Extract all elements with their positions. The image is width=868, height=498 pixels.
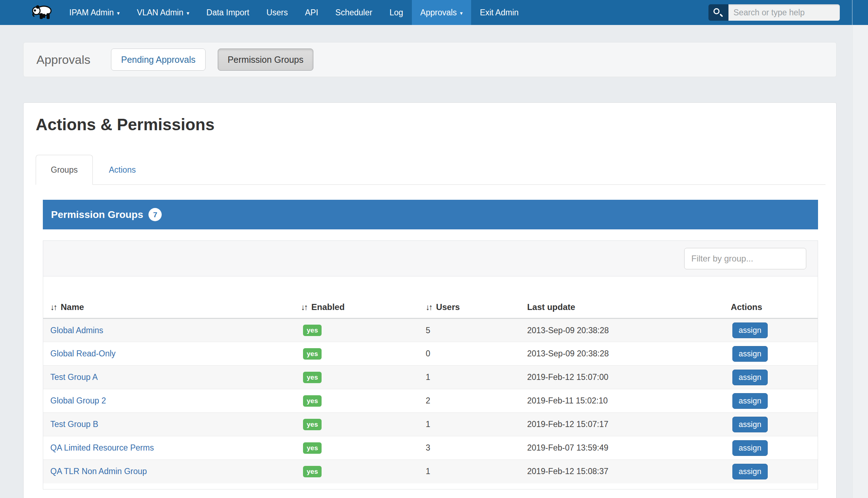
pending-approvals-button[interactable]: Pending Approvals	[111, 49, 205, 71]
column-header-enabled[interactable]: ↓↑Enabled	[299, 276, 424, 319]
group-name-link[interactable]: Test Group B	[50, 420, 98, 429]
last-update-value: 2019-Feb-12 15:08:37	[526, 460, 730, 483]
page-title: Approvals	[36, 53, 90, 67]
enabled-badge: yes	[303, 325, 322, 336]
tab-groups[interactable]: Groups	[36, 155, 93, 185]
enabled-badge: yes	[303, 419, 322, 430]
group-name-link[interactable]: Global Read-Only	[50, 349, 116, 358]
users-count: 1	[424, 366, 526, 389]
group-name-link[interactable]: Global Group 2	[50, 396, 106, 405]
permission-groups-table: ↓↑Name ↓↑Enabled ↓↑Users Last update Act…	[43, 276, 818, 483]
group-name-link[interactable]: QA TLR Non Admin Group	[50, 467, 147, 476]
last-update-value: 2019-Feb-12 15:07:17	[526, 413, 730, 436]
actions-permissions-panel: Actions & Permissions Groups Actions Per…	[23, 102, 837, 498]
table-row: Global Admins yes 5 2013-Sep-09 20:38:28…	[43, 319, 818, 342]
last-update-value: 2013-Sep-09 20:38:28	[526, 319, 730, 342]
permission-groups-title: Permission Groups	[51, 209, 143, 220]
users-count: 2	[424, 389, 526, 413]
navbar-item-ipam-admin[interactable]: IPAM Admin▾	[61, 0, 128, 25]
table-header-row: ↓↑Name ↓↑Enabled ↓↑Users Last update Act…	[43, 276, 818, 319]
permission-groups-button[interactable]: Permission Groups	[218, 49, 314, 71]
column-header-actions[interactable]: Actions	[730, 276, 818, 319]
assign-button[interactable]: assign	[732, 346, 768, 362]
tab-bar: Groups Actions	[36, 155, 826, 185]
search-button[interactable]	[708, 4, 728, 21]
navbar-item-scheduler[interactable]: Scheduler	[327, 0, 381, 25]
assign-button[interactable]: assign	[732, 322, 768, 338]
sort-icon[interactable]: ↓↑	[301, 303, 307, 312]
last-update-value: 2019-Feb-07 13:59:49	[526, 436, 730, 460]
assign-button[interactable]: assign	[732, 417, 768, 432]
column-header-users[interactable]: ↓↑Users	[424, 276, 526, 319]
users-count: 1	[424, 460, 526, 483]
caret-down-icon: ▾	[460, 1, 463, 26]
groups-table-container: ↓↑Name ↓↑Enabled ↓↑Users Last update Act…	[43, 240, 818, 489]
group-count-badge: 7	[148, 208, 162, 221]
navbar-item-log[interactable]: Log	[381, 0, 412, 25]
enabled-badge: yes	[303, 395, 322, 407]
column-header-name[interactable]: ↓↑Name	[43, 276, 299, 319]
users-count: 5	[424, 319, 526, 342]
group-name-link[interactable]: Global Admins	[50, 326, 103, 335]
enabled-badge: yes	[303, 372, 322, 383]
sort-icon[interactable]: ↓↑	[50, 303, 56, 312]
approvals-header-strip: Approvals Pending Approvals Permission G…	[23, 42, 837, 77]
enabled-badge: yes	[303, 466, 322, 477]
table-row: Test Group B yes 1 2019-Feb-12 15:07:17 …	[43, 413, 818, 436]
assign-button[interactable]: assign	[732, 440, 768, 456]
assign-button[interactable]: assign	[732, 393, 768, 409]
table-row: QA Limited Resource Perms yes 3 2019-Feb…	[43, 436, 818, 460]
navbar-item-approvals[interactable]: Approvals▾	[412, 0, 471, 25]
search-input[interactable]	[728, 4, 840, 21]
assign-button[interactable]: assign	[732, 464, 768, 479]
navbar-item-api[interactable]: API	[297, 0, 327, 25]
permission-groups-header: Permission Groups 7	[43, 200, 818, 229]
table-row: QA TLR Non Admin Group yes 1 2019-Feb-12…	[43, 460, 818, 483]
table-row: Global Read-Only yes 0 2013-Sep-09 20:38…	[43, 342, 818, 366]
users-count: 0	[424, 342, 526, 366]
column-header-last-update[interactable]: Last update	[526, 276, 730, 319]
last-update-value: 2019-Feb-12 15:07:00	[526, 366, 730, 389]
last-update-value: 2013-Sep-09 20:38:28	[526, 342, 730, 366]
assign-button[interactable]: assign	[732, 370, 768, 385]
table-row: Test Group A yes 1 2019-Feb-12 15:07:00 …	[43, 366, 818, 389]
navbar-item-users[interactable]: Users	[258, 0, 296, 25]
table-row: Global Group 2 yes 2 2019-Feb-11 15:02:1…	[43, 389, 818, 413]
tab-actions[interactable]: Actions	[93, 155, 152, 184]
scrollbar-track[interactable]	[852, 25, 868, 498]
mammoth-icon	[32, 4, 53, 21]
last-update-value: 2019-Feb-11 15:02:10	[526, 389, 730, 413]
phpipam-logo[interactable]	[32, 4, 53, 21]
search-icon	[713, 8, 720, 14]
group-name-link[interactable]: Test Group A	[50, 372, 98, 382]
scrollbar-seam	[852, 0, 853, 25]
enabled-badge: yes	[303, 442, 322, 454]
top-navbar: IPAM Admin▾ VLAN Admin▾ Data Import User…	[0, 0, 868, 25]
navbar-item-vlan-admin[interactable]: VLAN Admin▾	[128, 0, 198, 25]
navbar-item-data-import[interactable]: Data Import	[198, 0, 258, 25]
navbar-item-exit-admin[interactable]: Exit Admin	[471, 0, 527, 25]
enabled-badge: yes	[303, 348, 322, 360]
users-count: 3	[424, 436, 526, 460]
table-toolbar	[43, 241, 818, 276]
navbar-search	[708, 4, 840, 21]
navbar-menu: IPAM Admin▾ VLAN Admin▾ Data Import User…	[61, 0, 527, 25]
section-title: Actions & Permissions	[36, 116, 826, 133]
caret-down-icon: ▾	[187, 1, 190, 26]
sort-icon[interactable]: ↓↑	[426, 303, 432, 312]
group-name-link[interactable]: QA Limited Resource Perms	[50, 443, 154, 452]
filter-group-input[interactable]	[684, 248, 806, 269]
users-count: 1	[424, 413, 526, 436]
caret-down-icon: ▾	[117, 1, 120, 26]
